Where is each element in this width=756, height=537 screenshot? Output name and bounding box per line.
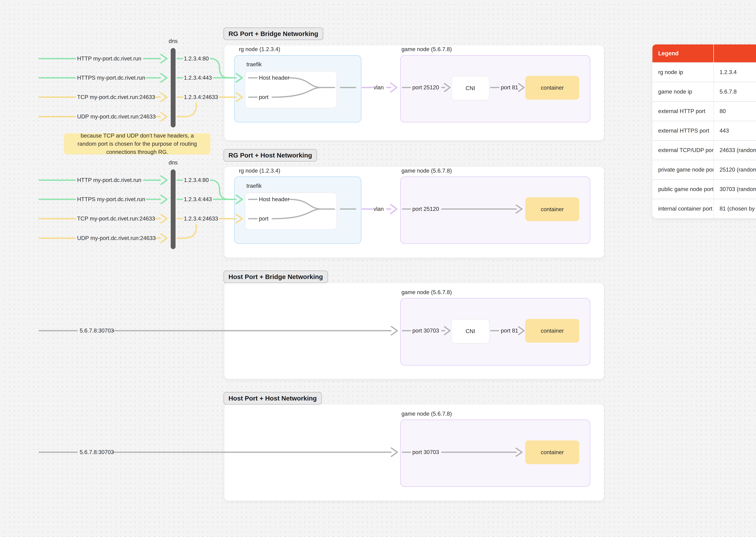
ingress-port-label-3: port 30703 (412, 327, 439, 334)
source-label-4: 5.6.7.8:30703 (80, 449, 114, 456)
dns-bar-2 (171, 169, 176, 249)
cell-value: 25120 (randomly chosen per configured GG… (714, 160, 756, 179)
egress-port-label-3: port 81 (501, 327, 518, 334)
curve-udp-merge-1 (184, 103, 196, 117)
flow-label-udp-2: UDP my-port.dc.rivet.run:24633 (77, 235, 156, 241)
title-host-host: Host Port + Host Networking (224, 392, 322, 405)
cell-value: 5.6.7.8 (714, 82, 756, 101)
cell-value: 80 (714, 101, 756, 121)
cell-name: internal container port (652, 199, 714, 218)
brace-port-1 (272, 88, 321, 97)
cell-value: 81 (chosen by user) (714, 199, 756, 218)
cell-name: external TCP/UDP port (652, 140, 714, 160)
dns-label-1: dns (166, 38, 181, 44)
resolved-443-1: 1.2.3.4:443 (184, 74, 212, 81)
arrowhead-https-dns-1 (161, 74, 167, 82)
legend-header-name: Legend (652, 44, 714, 62)
resolved-80-2: 1.2.3.4:80 (184, 177, 209, 184)
ingress-port-label-4: port 30703 (412, 449, 439, 456)
legend-header-value (714, 44, 756, 62)
ingress-port-label-2: port 25120 (412, 206, 439, 212)
flow-label-https-1: HTTPS my-port.dc.rivet.run (77, 74, 145, 81)
traefik-label-1: traefik (246, 61, 262, 68)
cell-value: 1.2.3.4 (714, 62, 756, 82)
arrowhead-http-dns-2 (161, 176, 167, 185)
rg-node-label-2: rg node (1.2.3.4) (239, 167, 280, 174)
table-row: internal container port 81 (chosen by us… (652, 199, 756, 218)
dns-bar-1 (171, 48, 176, 127)
arrowhead-hostheader-2 (236, 195, 242, 204)
title-rg-host: RG Port + Host Networking (224, 149, 317, 162)
game-node-label-1: game node (5.6.7.8) (401, 46, 452, 53)
rule-port-label-1: port (259, 94, 269, 101)
arrowhead-port-1 (236, 93, 242, 102)
cell-name: public game node port (652, 179, 714, 199)
rule-host-label-2: Host header (259, 196, 289, 203)
arrowhead-port-2 (236, 215, 242, 223)
arrowhead-cni-3 (444, 327, 450, 335)
arrowhead-container-3 (519, 327, 524, 335)
container-box-3: container (525, 319, 579, 343)
cell-name: external HTTP port (652, 101, 714, 121)
container-box-1: container (525, 76, 579, 100)
table-row: game node ip 5.6.7.8 (652, 82, 756, 101)
vlan-label-1: vlan (373, 84, 384, 91)
udp-random-port-note: because TCP and UDP don’t have headers, … (64, 133, 210, 154)
brace-hostheader-2 (289, 199, 321, 209)
table-row: external HTTP port 80 (652, 101, 756, 121)
container-box-4: container (525, 440, 579, 464)
ingress-port-label-1: port 25120 (412, 84, 439, 91)
resolved-24633-1: 1.2.3.4:24633 (184, 94, 218, 101)
cell-value: 24633 (randomly chosen per configured po… (714, 140, 756, 160)
table-row: rg node ip 1.2.3.4 (652, 62, 756, 82)
brace-hostheader-1 (289, 78, 321, 88)
cell-name: game node ip (652, 82, 714, 101)
arrowhead-udp-dns-2 (161, 234, 167, 242)
arrowhead-tcp-dns-1 (161, 93, 167, 102)
arrowhead-tcp-dns-2 (161, 215, 167, 223)
cell-name: rg node ip (652, 62, 714, 82)
arrowhead-http-dns-1 (161, 55, 167, 63)
container-box-2: container (525, 197, 579, 221)
cell-name: external HTTPS port (652, 121, 714, 140)
flow-label-udp-1: UDP my-port.dc.rivet.run:24633 (77, 113, 156, 120)
arrowhead-container-1 (519, 84, 524, 92)
flow-label-http-2: HTTP my-port.dc.rivet.run (77, 177, 141, 184)
rg-node-label-1: rg node (1.2.3.4) (239, 46, 280, 53)
cni-box-1: CNI (451, 76, 489, 101)
game-node-label-4: game node (5.6.7.8) (401, 410, 452, 417)
arrowhead-container-4 (516, 448, 522, 456)
arrowhead-game-3 (391, 326, 398, 335)
cni-box-3: CNI (451, 319, 489, 344)
curve-80-merge-2 (210, 180, 229, 199)
source-label-3: 5.6.7.8:30703 (80, 327, 114, 334)
legend-header-row: Legend Range (652, 44, 756, 62)
resolved-80-1: 1.2.3.4:80 (184, 55, 209, 62)
game-node-label-3: game node (5.6.7.8) (401, 289, 452, 296)
rule-host-label-1: Host header (259, 74, 289, 81)
title-rg-bridge: RG Port + Bridge Networking (224, 27, 323, 40)
flow-label-tcp-2: TCP my-port.dc.rivet.run:24633 (77, 215, 155, 222)
resolved-24633-2: 1.2.3.4:24633 (184, 215, 218, 222)
egress-port-label-1: port 81 (501, 84, 518, 91)
cell-name: private game node port (652, 160, 714, 179)
arrowhead-container-2 (516, 205, 522, 213)
resolved-443-2: 1.2.3.4:443 (184, 196, 212, 203)
arrowhead-vlan-1 (391, 83, 397, 92)
arrowhead-game-4 (391, 448, 398, 456)
dns-label-2: dns (166, 159, 181, 166)
arrowhead-hostheader-1 (236, 74, 242, 82)
title-host-bridge: Host Port + Bridge Networking (224, 270, 328, 283)
brace-port-2 (272, 209, 321, 219)
table-row: private game node port 25120 (randomly c… (652, 160, 756, 179)
flow-label-tcp-1: TCP my-port.dc.rivet.run:24633 (77, 94, 155, 101)
curve-80-merge-1 (210, 59, 229, 78)
flow-label-http-1: HTTP my-port.dc.rivet.run (77, 55, 141, 62)
legend-table: Legend Range rg node ip 1.2.3.4 game nod… (652, 44, 756, 218)
cell-value: 443 (714, 121, 756, 140)
flow-label-https-2: HTTPS my-port.dc.rivet.run (77, 196, 145, 203)
table-row: external TCP/UDP port 24633 (randomly ch… (652, 140, 756, 160)
rule-port-label-2: port (259, 215, 269, 222)
game-node-label-2: game node (5.6.7.8) (401, 167, 452, 174)
arrowhead-cni-1 (444, 84, 450, 92)
